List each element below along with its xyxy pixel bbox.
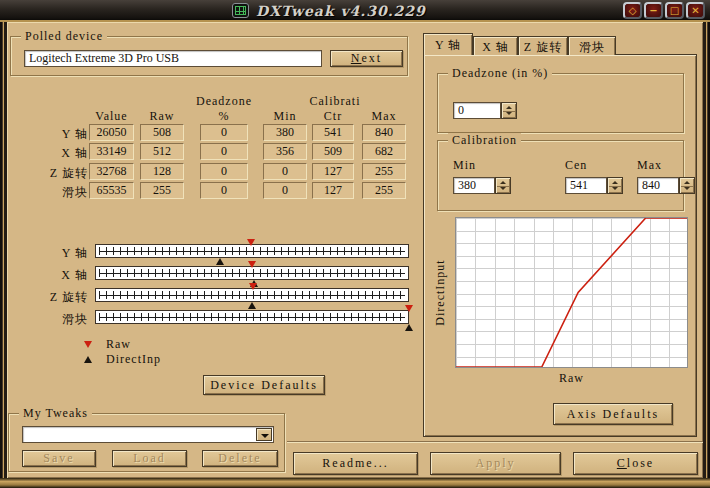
column-header-value: Value: [89, 109, 134, 124]
column-header-raw: Raw: [140, 109, 184, 124]
y-axis-slider[interactable]: [95, 244, 409, 258]
response-chart-svg: [456, 218, 687, 367]
value-cell: 32768: [89, 163, 134, 180]
column-header-ctr: Ctr: [312, 109, 354, 124]
axis-defaults-button[interactable]: Axis Defaults: [553, 403, 673, 425]
slider-row-label: Z 旋转: [0, 289, 88, 306]
deadzone-spinner[interactable]: [501, 102, 517, 119]
calibration-group-label: Calibration: [448, 133, 521, 148]
min-input[interactable]: 380: [453, 177, 495, 194]
min-spinner[interactable]: [495, 177, 511, 194]
raw-marker: [405, 305, 413, 312]
max-cell: 255: [362, 163, 406, 180]
tweak-combo[interactable]: [22, 426, 274, 443]
tab-y-axis[interactable]: Y 轴: [423, 33, 473, 55]
max-cell: 682: [362, 143, 406, 160]
slider-track: [95, 288, 409, 302]
shade-button[interactable]: ◇: [623, 2, 642, 19]
axis-row-label: Z 旋转: [0, 165, 88, 182]
raw-legend-label: Raw: [106, 337, 131, 352]
slider-ticks: [99, 313, 405, 321]
load-button[interactable]: Load: [112, 450, 187, 467]
window-border-bottom: [0, 478, 710, 488]
x-axis-slider[interactable]: [95, 266, 409, 280]
axis-row-label: Y 轴: [0, 126, 88, 143]
deadzone-cell: 0: [200, 163, 248, 180]
directinput-legend-label: DirectInp: [106, 352, 161, 367]
shade-icon: ◇: [629, 6, 637, 16]
window-border-right: [703, 22, 710, 488]
close-icon: ✕: [691, 6, 699, 16]
my-tweaks-group-label: My Tweaks: [19, 406, 92, 421]
raw-marker: [247, 239, 255, 246]
maximize-icon: □: [670, 6, 679, 16]
next-button-label: ext: [362, 51, 383, 66]
throttle-slider[interactable]: [95, 310, 409, 324]
directinput-marker: [216, 258, 224, 265]
ctr-cell: 541: [312, 124, 354, 141]
tab-z-rotation[interactable]: Z 旋转: [518, 36, 568, 55]
deadzone-group-header: Deadzone: [195, 94, 253, 109]
raw-cell: 255: [140, 182, 184, 199]
window-title: DXTweak v4.30.229: [256, 2, 426, 20]
chart-y-axis-label-wrap: DirectInput: [428, 217, 452, 368]
apply-button[interactable]: Apply: [430, 452, 561, 475]
next-button[interactable]: Next: [330, 50, 403, 67]
next-button-label-accel: N: [351, 51, 362, 66]
column-header-pct: %: [200, 109, 248, 124]
cen-spinner[interactable]: [607, 177, 623, 194]
column-header-min: Min: [263, 109, 307, 124]
raw-cell: 512: [140, 143, 184, 160]
chart-y-axis-label: DirectInput: [433, 259, 448, 325]
min-label: Min: [453, 158, 495, 173]
minimize-button[interactable]: −: [644, 2, 663, 19]
response-curve: [456, 218, 687, 367]
deadzone-cell: 0: [200, 182, 248, 199]
delete-button[interactable]: Delete: [202, 450, 278, 467]
minimize-icon: −: [649, 6, 657, 16]
z-rotation-slider[interactable]: [95, 288, 409, 302]
value-cell: 26050: [89, 124, 134, 141]
max-cell: 255: [362, 182, 406, 199]
slider-ticks: [99, 247, 405, 255]
slider-ticks: [99, 269, 405, 277]
save-button[interactable]: Save: [22, 450, 96, 467]
tab-x-axis[interactable]: X 轴: [473, 36, 518, 55]
raw-legend-icon: [84, 341, 92, 348]
min-cell: 0: [263, 163, 307, 180]
deadzone-input[interactable]: 0: [453, 102, 501, 119]
min-cell: 0: [263, 182, 307, 199]
cen-label: Cen: [565, 158, 607, 173]
max-spinner[interactable]: [679, 177, 695, 194]
polled-device-field: Logitech Extreme 3D Pro USB: [24, 50, 322, 67]
max-label: Max: [637, 158, 679, 173]
close-button[interactable]: Close: [573, 452, 698, 475]
axis-row-label: X 轴: [0, 145, 88, 162]
deadzone-cell: 0: [200, 124, 248, 141]
cen-input[interactable]: 541: [565, 177, 607, 194]
directinput-marker: [248, 302, 256, 309]
titlebar[interactable]: DXTweak v4.30.229 ◇ − □ ✕: [0, 0, 710, 22]
deadzone-group-label: Deadzone (in %): [448, 66, 552, 81]
readme-button[interactable]: Readme...: [293, 452, 418, 475]
ctr-cell: 127: [312, 163, 354, 180]
polled-device-group-label: Polled device: [21, 29, 107, 44]
device-defaults-button[interactable]: Device Defaults: [203, 375, 325, 395]
slider-row-label: Y 轴: [0, 245, 88, 262]
polled-device-name: Logitech Extreme 3D Pro USB: [29, 51, 179, 66]
raw-marker: [248, 261, 256, 268]
max-input[interactable]: 840: [637, 177, 679, 194]
combo-dropdown-button[interactable]: [256, 428, 272, 441]
slider-row-label: X 轴: [0, 267, 88, 284]
slider-row-label: 滑块: [0, 311, 88, 328]
close-window-button[interactable]: ✕: [686, 2, 705, 19]
ctr-cell: 127: [312, 182, 354, 199]
chart-x-axis-label: Raw: [455, 371, 688, 386]
column-header-max: Max: [362, 109, 406, 124]
min-cell: 380: [263, 124, 307, 141]
tab-throttle[interactable]: 滑块: [568, 36, 616, 55]
maximize-button[interactable]: □: [665, 2, 684, 19]
max-cell: 840: [362, 124, 406, 141]
close-button-label-accel: C: [617, 456, 627, 471]
raw-cell: 128: [140, 163, 184, 180]
